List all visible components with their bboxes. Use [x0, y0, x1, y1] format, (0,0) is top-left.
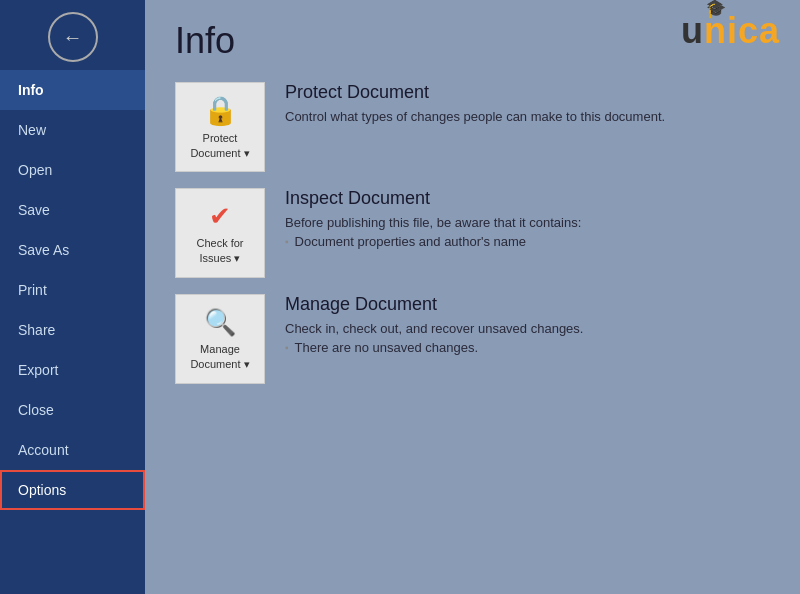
inspect-document-heading: Inspect Document [285, 188, 581, 209]
protect-document-card: 🔒 ProtectDocument ▾ Protect Document Con… [175, 82, 770, 172]
protect-document-text: Protect Document Control what types of c… [285, 82, 665, 128]
manage-document-card: 🔍 ManageDocument ▾ Manage Document Check… [175, 294, 770, 384]
manage-bullet-1: There are no unsaved changes. [285, 340, 583, 355]
protect-document-heading: Protect Document [285, 82, 665, 103]
sidebar-item-options[interactable]: Options [0, 470, 145, 510]
sidebar-item-info[interactable]: Info [0, 70, 145, 110]
manage-icon: 🔍 [204, 307, 236, 338]
inspect-document-card: ✔ Check forIssues ▾ Inspect Document Bef… [175, 188, 770, 278]
manage-document-heading: Manage Document [285, 294, 583, 315]
sidebar-item-account[interactable]: Account [0, 430, 145, 470]
sidebar-item-print[interactable]: Print [0, 270, 145, 310]
sidebar-item-save[interactable]: Save [0, 190, 145, 230]
sidebar-item-close[interactable]: Close [0, 390, 145, 430]
checkmark-icon: ✔ [209, 201, 231, 232]
check-issues-button[interactable]: ✔ Check forIssues ▾ [175, 188, 265, 278]
protect-document-desc: Control what types of changes people can… [285, 109, 665, 124]
protect-document-label: ProtectDocument ▾ [190, 131, 249, 160]
lock-icon: 🔒 [203, 94, 238, 127]
inspect-document-text: Inspect Document Before publishing this … [285, 188, 581, 249]
unica-logo: u 🎓nica [681, 10, 780, 52]
sidebar-item-open[interactable]: Open [0, 150, 145, 190]
sidebar-item-save-as[interactable]: Save As [0, 230, 145, 270]
manage-document-label: ManageDocument ▾ [190, 342, 249, 371]
main-content: u 🎓nica Info 🔒 ProtectDocument ▾ Protect… [145, 0, 800, 594]
protect-document-button[interactable]: 🔒 ProtectDocument ▾ [175, 82, 265, 172]
manage-document-button[interactable]: 🔍 ManageDocument ▾ [175, 294, 265, 384]
back-button[interactable]: ← [48, 12, 98, 62]
inspect-bullet-1: Document properties and author's name [285, 234, 581, 249]
inspect-document-desc: Before publishing this file, be aware th… [285, 215, 581, 230]
sidebar-item-export[interactable]: Export [0, 350, 145, 390]
manage-document-desc: Check in, check out, and recover unsaved… [285, 321, 583, 336]
check-issues-label: Check forIssues ▾ [196, 236, 243, 265]
manage-document-text: Manage Document Check in, check out, and… [285, 294, 583, 355]
sidebar: ← Info New Open Save Save As Print Share… [0, 0, 145, 594]
sidebar-item-new[interactable]: New [0, 110, 145, 150]
sidebar-item-share[interactable]: Share [0, 310, 145, 350]
